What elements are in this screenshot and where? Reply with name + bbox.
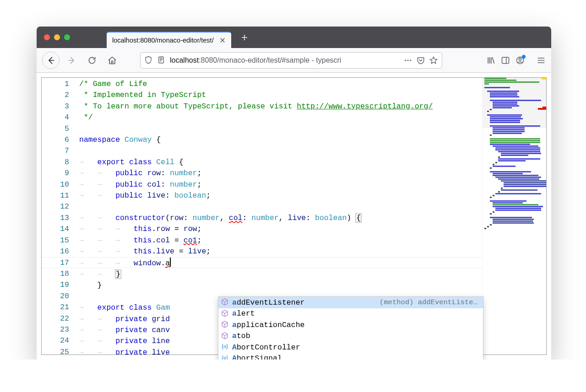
minimap-line (495, 147, 540, 149)
reload-button[interactable] (84, 53, 100, 68)
zoom-window-button[interactable] (64, 34, 70, 40)
bookmark-star-icon[interactable] (429, 56, 438, 65)
browser-toolbar: localhost:8080/monaco-editor/test/#sampl… (37, 48, 551, 73)
minimap-line (490, 217, 532, 218)
suggest-item[interactable]: AbortController (218, 342, 483, 353)
library-icon[interactable] (486, 56, 495, 65)
code-line: → → } (79, 269, 546, 280)
address-bar-text: localhost:8080/monaco-editor/test/#sampl… (170, 56, 400, 64)
minimap-line (493, 222, 534, 224)
code-line: /* Game of Life (79, 79, 546, 90)
line-number: 22 (42, 313, 69, 324)
line-number: 20 (42, 291, 69, 302)
close-window-button[interactable] (44, 34, 50, 40)
minimap-line (493, 127, 525, 129)
suggest-item[interactable]: AbortSignal (218, 353, 483, 360)
close-tab-icon[interactable] (219, 37, 226, 43)
method-icon (221, 321, 229, 329)
address-bar[interactable]: localhost:8080/monaco-editor/test/#sampl… (140, 52, 442, 69)
minimap-line (495, 149, 540, 150)
suggest-item-label: AbortController (232, 343, 480, 352)
line-number: 4 (42, 112, 69, 123)
minimap-line (484, 80, 516, 81)
line-number: 24 (42, 335, 69, 346)
minimap-line (484, 78, 506, 79)
minimap-line (484, 199, 546, 200)
minimap-line (498, 151, 540, 152)
minimap-line (501, 188, 503, 189)
minimap-line (498, 158, 540, 160)
code-line: } (79, 280, 546, 291)
suggest-item[interactable]: applicationCache (218, 319, 483, 331)
minimize-window-button[interactable] (54, 34, 60, 40)
minimap-line (490, 125, 540, 127)
minimap-line (504, 186, 546, 187)
line-number: 11 (42, 190, 69, 201)
hamburger-menu-icon[interactable] (537, 56, 546, 65)
svg-point-8 (224, 357, 226, 359)
minimap-line (493, 175, 538, 176)
browser-tab[interactable]: localhost:8080/monaco-editor/test/ (107, 32, 231, 48)
minimap-line (490, 92, 517, 94)
line-number: 1 (42, 79, 69, 90)
pocket-icon[interactable] (416, 56, 425, 65)
new-tab-button[interactable] (238, 31, 251, 44)
suggest-item-detail: (method) addEventListen… (380, 298, 480, 306)
autocomplete-popup[interactable]: addEventListener(method) addEventListen…… (218, 296, 483, 360)
site-identity-icon[interactable] (157, 56, 166, 65)
account-icon[interactable] (515, 56, 525, 65)
home-button[interactable] (104, 53, 120, 68)
code-line: → → public row: number; (79, 168, 546, 179)
line-number-gutter: 1234567891011121314151617181920212223242… (42, 78, 79, 354)
suggest-item[interactable]: atob (218, 331, 483, 342)
code-line: */ (79, 112, 546, 123)
minimap-line (484, 87, 510, 88)
minimap-line (504, 182, 546, 183)
code-line: → → public live: boolean; (79, 190, 546, 201)
suggest-item-label: addEventListener (232, 298, 377, 307)
suggest-item[interactable]: alert (218, 308, 483, 320)
minimap-line (501, 189, 537, 191)
minimap-line (501, 153, 541, 154)
minimap-line (495, 162, 497, 163)
minimap-line (490, 200, 526, 202)
minimap-line (484, 215, 546, 216)
line-number: 15 (42, 235, 69, 246)
code-line: → → → this.row = row; (79, 224, 546, 235)
minimap-line (495, 177, 541, 178)
forward-button[interactable] (64, 53, 80, 68)
minimap-line (493, 129, 525, 130)
svg-point-7 (224, 346, 226, 348)
minimap-line (490, 171, 531, 172)
minimap-line (490, 144, 530, 145)
line-number: 12 (42, 201, 69, 212)
text-cursor (170, 258, 171, 267)
suggest-item-label: AbortSignal (232, 354, 480, 360)
minimap-line (487, 91, 519, 92)
shield-icon[interactable] (144, 56, 153, 65)
code-line: → → constructor(row: number, col: number… (79, 213, 546, 224)
method-icon (221, 298, 229, 306)
code-line: → export class Cell { (79, 157, 546, 168)
minimap-line (487, 114, 522, 116)
account-badge (522, 55, 526, 59)
page-actions-icon[interactable] (403, 56, 412, 65)
window-controls (37, 34, 77, 40)
minimap-line (493, 204, 538, 205)
minimap-line (493, 133, 522, 134)
sidebars-icon[interactable] (501, 56, 510, 65)
minimap-warning-marker (542, 78, 546, 80)
minimap-line (484, 169, 546, 171)
minimap-line (498, 191, 500, 193)
code-line (79, 145, 546, 156)
back-button[interactable] (42, 52, 60, 69)
minimap-line (490, 109, 492, 110)
minimap-line (493, 105, 519, 107)
suggest-item[interactable]: addEventListener(method) addEventListen… (218, 297, 483, 308)
line-number: 19 (42, 279, 69, 290)
line-number: 7 (42, 145, 69, 156)
minimap[interactable] (482, 78, 546, 354)
title-bar: localhost:8080/monaco-editor/test/ (37, 27, 551, 48)
toolbar-right-icons (486, 56, 546, 65)
browser-window: localhost:8080/monaco-editor/test/ (37, 27, 551, 360)
